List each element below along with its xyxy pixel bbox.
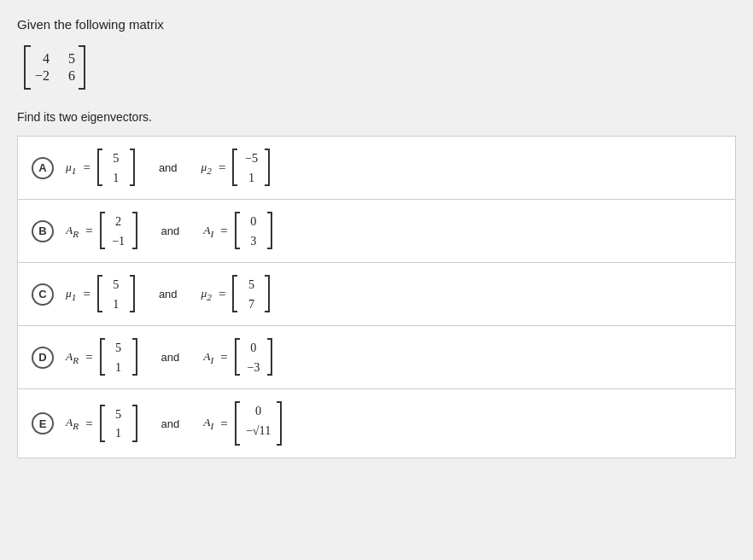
vec2-expr: μ2 = −5 1	[201, 149, 271, 187]
option-c[interactable]: C μ1 = 5 1 and μ2 =	[17, 262, 736, 325]
option-c-content: μ1 = 5 1 and μ2 = 5	[66, 275, 270, 313]
option-d-letter: D	[32, 347, 54, 369]
question-text: Find its two eigenvectors.	[17, 110, 736, 124]
option-b[interactable]: B AR = 2 −1 and AI =	[17, 199, 736, 262]
options-container: A μ1 = 5 1 and μ2 =	[17, 136, 736, 458]
option-b-content: AR = 2 −1 and AI = 0	[66, 212, 272, 250]
vec2-vector: 0 −3	[235, 338, 272, 376]
vec1-expr: μ1 = 5 1	[66, 149, 135, 187]
vec2-expr: μ2 = 5 7	[201, 275, 271, 313]
option-e-letter: E	[32, 412, 54, 435]
vec2-vector: 0 −√11	[235, 401, 283, 446]
given-matrix: 4 5 −2 6	[24, 45, 85, 90]
matrix-row-1: 4 5	[34, 51, 75, 67]
option-d-content: AR = 5 1 and AI = 0	[66, 338, 272, 376]
vec1-vector: 5 1	[97, 275, 135, 313]
vec1-expr: AR = 5 1	[66, 338, 137, 376]
vec1-expr: AR = 5 1	[66, 405, 137, 443]
option-a-letter: A	[32, 157, 54, 179]
vec1-vector: 5 1	[97, 149, 135, 187]
vec2-vector: −5 1	[232, 149, 270, 187]
vec2-vector: 0 3	[235, 212, 272, 250]
vec2-expr: AI = 0 −3	[203, 338, 271, 376]
option-d[interactable]: D AR = 5 1 and AI =	[17, 325, 736, 388]
vec1-expr: μ1 = 5 1	[66, 275, 135, 313]
vec1-expr: AR = 2 −1	[66, 212, 137, 250]
option-a-content: μ1 = 5 1 and μ2 = −5	[66, 149, 270, 187]
vec1-vector: 2 −1	[100, 212, 137, 250]
option-e-content: AR = 5 1 and AI = 0	[66, 401, 282, 446]
option-a[interactable]: A μ1 = 5 1 and μ2 =	[17, 136, 736, 199]
vec1-vector: 5 1	[100, 338, 137, 376]
vec2-expr: AI = 0 −√11	[203, 401, 282, 446]
matrix-row-2: −2 6	[34, 68, 75, 84]
intro-text: Given the following matrix	[17, 17, 736, 32]
vec2-vector: 5 7	[232, 275, 270, 313]
vec1-vector: 5 1	[100, 405, 137, 443]
option-b-letter: B	[32, 220, 54, 242]
vec2-expr: AI = 0 3	[203, 212, 271, 250]
option-e[interactable]: E AR = 5 1 and AI =	[17, 388, 736, 458]
option-c-letter: C	[32, 283, 54, 306]
